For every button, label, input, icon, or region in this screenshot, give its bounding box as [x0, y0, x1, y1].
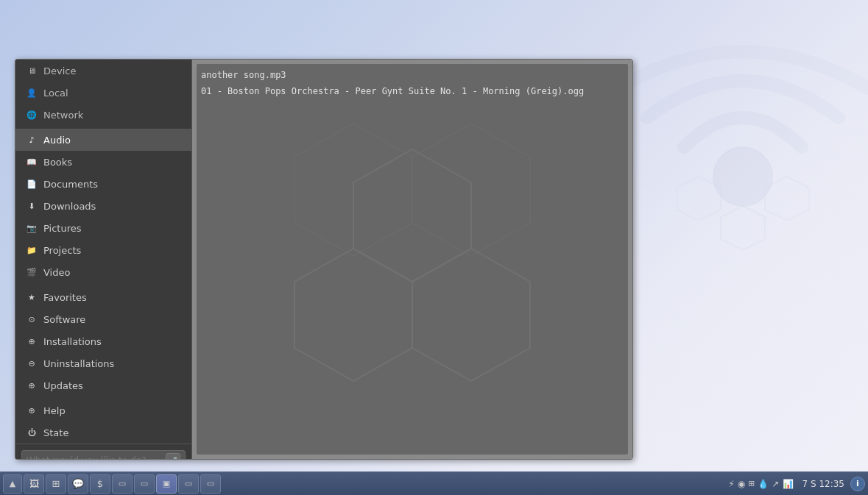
svg-marker-1: [721, 206, 765, 250]
taskbar-arrow-up[interactable]: ▲: [3, 474, 22, 494]
sidebar-item-favorites[interactable]: ★ Favorites: [15, 286, 191, 308]
projects-icon: 📁: [26, 244, 38, 256]
sidebar-item-state[interactable]: ⏻ State: [15, 421, 191, 444]
file-item[interactable]: 01 - Boston Pops Orchestra - Peer Gynt S…: [201, 83, 624, 99]
arrow-icon[interactable]: ↗: [772, 479, 779, 489]
droplet-icon[interactable]: 💧: [758, 479, 769, 489]
state-icon: ⏻: [26, 427, 38, 438]
sidebar-item-documents[interactable]: 📄 Documents: [15, 173, 191, 195]
sidebar-item-updates[interactable]: ⊕ Updates: [15, 374, 191, 396]
systray: ⚡ ◉ ⊞ 💧 ↗ 📊: [725, 479, 796, 489]
software-icon: ⊙: [26, 313, 38, 325]
sidebar-item-local[interactable]: 👤 Local: [15, 82, 191, 104]
video-icon: 🎬: [26, 266, 38, 278]
taskbar-btn-chat[interactable]: 💬: [68, 474, 88, 494]
downloads-icon: ⬇: [26, 200, 38, 212]
sidebar-search-area: 🎤: [15, 444, 191, 459]
sidebar-section-media: ♪ Audio 📖 Books 📄 Documents ⬇ Downloads …: [15, 129, 191, 283]
taskbar: ▲ 🖼 ⊞ 💬 $ ▭ ▭ ▣ ▭ ▭ ⚡ ◉ ⊞ 💧 ↗ 📊 7 S 12:3…: [0, 471, 868, 495]
sidebar-section-misc: ⊕ Help ⏻ State: [15, 399, 191, 444]
taskbar-clock: 7 S 12:35: [798, 479, 849, 489]
sidebar-item-network[interactable]: 🌐 Network: [15, 104, 191, 126]
documents-icon: 📄: [26, 178, 38, 190]
favorites-icon: ★: [26, 291, 38, 303]
sidebar-item-projects[interactable]: 📁 Projects: [15, 239, 191, 261]
file-list: another song.mp3 01 - Boston Pops Orches…: [197, 64, 628, 455]
taskbar-btn-screen[interactable]: ▣: [156, 474, 177, 494]
network-conn-icon[interactable]: ⊞: [748, 479, 755, 488]
taskbar-btn-grid[interactable]: ⊞: [46, 474, 66, 494]
taskbar-btn-window3[interactable]: ▭: [178, 474, 199, 494]
sidebar-item-downloads[interactable]: ⬇ Downloads: [15, 195, 191, 217]
file-item[interactable]: another song.mp3: [201, 67, 624, 83]
help-icon: ⊕: [26, 405, 38, 416]
device-icon: 🖥: [26, 65, 38, 76]
sidebar-item-help[interactable]: ⊕ Help: [15, 399, 191, 421]
sidebar-item-device[interactable]: 🖥 Device: [15, 60, 191, 82]
sidebar: 🖥 Device 👤 Local 🌐 Network ♪ Audio: [15, 60, 192, 459]
taskbar-btn-dollar[interactable]: $: [90, 474, 110, 494]
installations-icon: ⊕: [26, 335, 38, 347]
sidebar-item-books[interactable]: 📖 Books: [15, 151, 191, 173]
svg-marker-3: [677, 177, 721, 221]
sidebar-item-uninstallations[interactable]: ⊖ Uninstallations: [15, 352, 191, 374]
taskbar-btn-window2[interactable]: ▭: [134, 474, 155, 494]
taskbar-info-button[interactable]: i: [850, 477, 865, 491]
main-content: another song.mp3 01 - Boston Pops Orches…: [192, 60, 632, 459]
taskbar-btn-window1[interactable]: ▭: [112, 474, 133, 494]
search-bar: 🎤: [21, 450, 186, 459]
sidebar-item-installations[interactable]: ⊕ Installations: [15, 330, 191, 352]
local-icon: 👤: [26, 87, 38, 99]
sidebar-section-system: ★ Favorites ⊙ Software ⊕ Installations ⊖…: [15, 286, 191, 396]
books-icon: 📖: [26, 156, 38, 168]
sidebar-section-places: 🖥 Device 👤 Local 🌐 Network: [15, 60, 191, 126]
sidebar-item-video[interactable]: 🎬 Video: [15, 261, 191, 283]
audio-icon: ♪: [26, 134, 38, 146]
svg-point-0: [713, 147, 772, 206]
uninstallations-icon: ⊖: [26, 357, 38, 369]
sidebar-item-audio[interactable]: ♪ Audio: [15, 129, 191, 151]
mic-button[interactable]: 🎤: [166, 453, 180, 459]
svg-marker-2: [765, 177, 809, 221]
updates-icon: ⊕: [26, 380, 38, 391]
pictures-icon: 📷: [26, 222, 38, 234]
taskbar-btn-window4[interactable]: ▭: [200, 474, 221, 494]
sidebar-item-software[interactable]: ⊙ Software: [15, 308, 191, 330]
app-window: 🖥 Device 👤 Local 🌐 Network ♪ Audio: [15, 59, 633, 460]
sidebar-item-pictures[interactable]: 📷 Pictures: [15, 217, 191, 239]
network-icon: 🌐: [26, 109, 38, 121]
taskbar-btn-photos[interactable]: 🖼: [24, 474, 44, 494]
bluetooth-icon[interactable]: ⚡: [728, 479, 734, 489]
wifi-icon[interactable]: ◉: [738, 479, 745, 489]
search-input[interactable]: [27, 455, 163, 459]
chart-icon[interactable]: 📊: [783, 479, 794, 489]
